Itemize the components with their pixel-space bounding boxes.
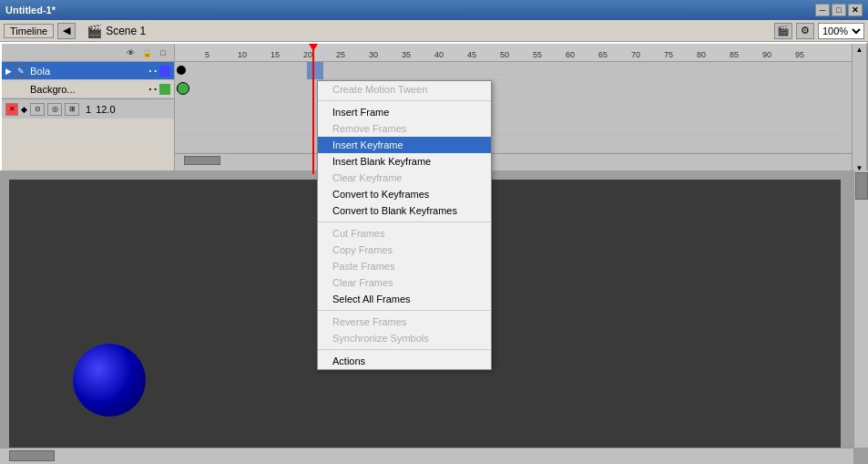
- ruler-tick-75: 75: [664, 50, 673, 59]
- ctx-sep-4: [318, 349, 491, 350]
- frame-strip-empty-3: [175, 135, 866, 153]
- ctx-sep-3: [318, 310, 491, 311]
- onion-skin-button[interactable]: ⊙: [30, 103, 45, 116]
- layer-icons-row: 👁 🔒 □: [2, 44, 174, 62]
- timeline-tab-label: Timeline: [10, 26, 47, 36]
- playhead-marker: [309, 44, 318, 51]
- stage-hscroll[interactable]: [0, 448, 853, 464]
- ruler-tick-25: 25: [336, 50, 345, 59]
- ruler-tick-35: 35: [402, 50, 411, 59]
- ctx-actions[interactable]: Actions: [318, 353, 491, 369]
- ruler-tick-10: 10: [238, 50, 247, 59]
- ctx-insert-frame[interactable]: Insert Frame: [318, 104, 491, 120]
- ctx-paste-frames[interactable]: Paste Frames: [318, 258, 491, 274]
- stage-vscroll[interactable]: [853, 170, 868, 448]
- fps-display: 12.0: [96, 104, 115, 115]
- timeline-vscroll[interactable]: ▲ ▼: [852, 44, 866, 174]
- context-menu: Create Motion Tween Insert Frame Remove …: [317, 80, 492, 370]
- outline-icon[interactable]: □: [156, 46, 170, 60]
- ctx-clear-keyframe[interactable]: Clear Keyframe: [318, 170, 491, 186]
- layer-panel: 👁 🔒 □ ▶ ✎ Bola • • ▶ ✎ Backgro... • •: [2, 44, 175, 174]
- onion-skin-outlines-button[interactable]: ◎: [47, 103, 62, 116]
- layer-name-bola: Bola: [30, 66, 146, 77]
- lock-icon[interactable]: 🔒: [139, 46, 154, 60]
- maximize-button[interactable]: □: [832, 4, 846, 16]
- frame-strip-empty-1: [175, 98, 866, 117]
- ctx-cut-frames[interactable]: Cut Frames: [318, 225, 491, 242]
- keyframe-green-dot: [177, 82, 189, 95]
- blue-ball: [73, 344, 146, 417]
- ctx-reverse-frames[interactable]: Reverse Frames: [318, 314, 491, 330]
- stage-vscroll-thumb[interactable]: [855, 172, 868, 200]
- ctx-sep-1: [318, 100, 491, 101]
- minimize-button[interactable]: ─: [815, 4, 830, 16]
- frame-strip-bola[interactable]: [175, 62, 866, 80]
- ctx-convert-to-keyframes[interactable]: Convert to Keyframes: [318, 186, 491, 202]
- stage-hscroll-thumb[interactable]: [9, 450, 55, 461]
- ruler-tick-50: 50: [500, 50, 509, 59]
- frame-strip-backgro[interactable]: [175, 80, 866, 98]
- scroll-up-arrow[interactable]: ▲: [856, 46, 863, 54]
- movie-icon: 🎬: [774, 23, 792, 39]
- ruler-tick-80: 80: [697, 50, 706, 59]
- timeline-tab-button[interactable]: Timeline: [4, 24, 54, 38]
- ctx-copy-frames[interactable]: Copy Frames: [318, 242, 491, 258]
- ruler-tick-95: 95: [795, 50, 804, 59]
- edit-onion-markers-button[interactable]: ⊞: [65, 103, 79, 116]
- ruler-tick-40: 40: [434, 50, 444, 59]
- keyframe-bola-1: [177, 66, 186, 75]
- close-button[interactable]: ✕: [848, 4, 863, 16]
- playhead-position: ◆: [21, 105, 27, 114]
- ruler-tick-45: 45: [467, 50, 476, 59]
- ctx-insert-keyframe[interactable]: Insert Keyframe: [318, 137, 491, 153]
- frame-strips: [175, 62, 866, 153]
- ctx-select-all-frames[interactable]: Select All Frames: [318, 291, 491, 307]
- ruler-tick-60: 60: [566, 50, 575, 59]
- frame-number-display: 1: [86, 104, 91, 115]
- ruler-tick-85: 85: [730, 50, 739, 59]
- layer-toolbar: ✕ ◆ ⊙ ◎ ⊞ 1 12.0: [2, 98, 174, 119]
- ruler: 5101520253035404550556065707580859095: [175, 44, 866, 62]
- ctx-remove-frames[interactable]: Remove Frames: [318, 120, 491, 137]
- timeline-hscroll[interactable]: [175, 153, 866, 166]
- layer-row-backgro[interactable]: ▶ ✎ Backgro... • •: [2, 80, 174, 98]
- layer-color-bola: [159, 66, 170, 77]
- title-bar: Untitled-1* ─ □ ✕: [0, 0, 868, 20]
- top-toolbar: Timeline ◀ 🎬 Scene 1 🎬 ⚙ 100% 50% 200%: [0, 20, 868, 42]
- window-title: Untitled-1*: [5, 5, 56, 15]
- timeline-right: 5101520253035404550556065707580859095: [175, 44, 866, 174]
- scene-label: Scene 1: [106, 25, 146, 37]
- ruler-tick-70: 70: [631, 50, 640, 59]
- ruler-tick-65: 65: [598, 50, 608, 59]
- playhead[interactable]: [312, 44, 314, 174]
- ctx-convert-to-blank-keyframes[interactable]: Convert to Blank Keyframes: [318, 202, 491, 219]
- ruler-tick-15: 15: [271, 50, 280, 59]
- ruler-tick-90: 90: [762, 50, 771, 59]
- ctx-create-motion-tween[interactable]: Create Motion Tween: [318, 81, 491, 98]
- ruler-tick-55: 55: [533, 50, 542, 59]
- delete-layer-button[interactable]: ✕: [5, 103, 18, 116]
- layer-row-bola[interactable]: ▶ ✎ Bola • •: [2, 62, 174, 80]
- title-bar-controls: ─ □ ✕: [815, 4, 863, 16]
- zoom-select[interactable]: 100% 50% 200%: [818, 23, 864, 39]
- ctx-sep-2: [318, 222, 491, 222]
- ctx-clear-frames[interactable]: Clear Frames: [318, 274, 491, 291]
- timeline-scroll-thumb[interactable]: [184, 156, 220, 165]
- back-button[interactable]: ◀: [57, 23, 76, 39]
- ctx-synchronize-symbols[interactable]: Synchronize Symbols: [318, 330, 491, 346]
- ruler-tick-20: 20: [303, 50, 312, 59]
- layer-name-backgro: Backgro...: [30, 84, 146, 95]
- frame-strip-empty-2: [175, 117, 866, 135]
- ctx-insert-blank-keyframe[interactable]: Insert Blank Keyframe: [318, 153, 491, 170]
- eye-icon[interactable]: 👁: [123, 46, 138, 60]
- ruler-tick-30: 30: [369, 50, 378, 59]
- selected-frame-bola: [307, 62, 323, 79]
- ruler-tick-5: 5: [205, 50, 209, 59]
- scene-indicator: 🎬 Scene 1: [87, 24, 146, 38]
- layer-color-backgro: [159, 84, 170, 95]
- settings-icon: ⚙: [796, 23, 814, 39]
